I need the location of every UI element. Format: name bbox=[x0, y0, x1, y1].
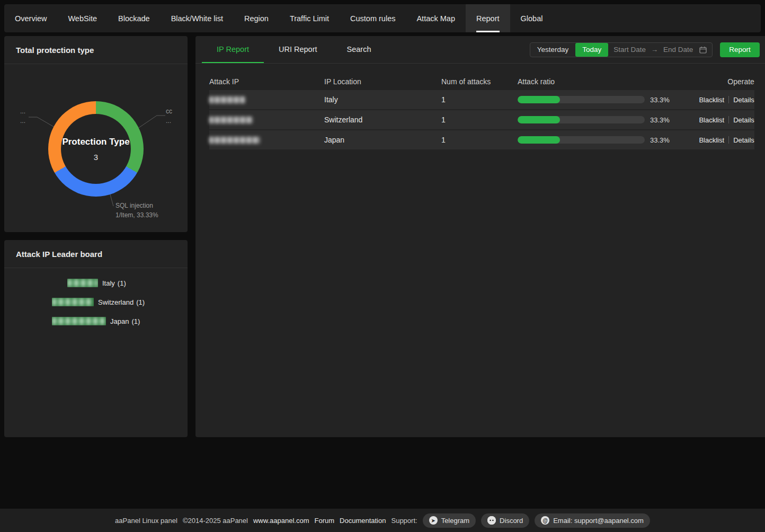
col-header-operate: Operate bbox=[675, 77, 754, 86]
protection-donut: Protection Type 3 bbox=[48, 101, 144, 197]
tab-uri-report[interactable]: URI Report bbox=[264, 36, 332, 63]
discord-icon bbox=[487, 516, 496, 525]
leaderboard-bar-redacted-ip bbox=[52, 298, 94, 306]
num-attacks: 1 bbox=[441, 116, 518, 124]
nav-item-report[interactable]: Report bbox=[466, 4, 510, 32]
donut-center-value: 3 bbox=[94, 153, 98, 162]
report-button[interactable]: Report bbox=[720, 42, 760, 57]
footer-brand: aaPanel Linux panel bbox=[115, 517, 177, 525]
donut-callout-right-line1: cc bbox=[166, 107, 172, 116]
leaderboard-country: Italy bbox=[102, 279, 115, 287]
waf-report-screen: Overview WebSite Blockade Black/White li… bbox=[0, 0, 765, 532]
calendar-icon[interactable] bbox=[699, 46, 707, 54]
start-date-input[interactable]: Start Date bbox=[608, 46, 651, 54]
leaderboard-row: Japan (1) bbox=[52, 317, 188, 325]
leaderboard-count: (1) bbox=[136, 298, 145, 306]
redacted-attack-ip bbox=[209, 137, 260, 144]
action-divider bbox=[728, 136, 729, 144]
report-main-card: IP Report URI Report Search Yesterday To… bbox=[195, 36, 765, 437]
action-divider bbox=[728, 116, 729, 123]
nav-item-overview[interactable]: Overview bbox=[4, 4, 57, 32]
footer-documentation-link[interactable]: Documentation bbox=[340, 517, 386, 525]
table-row: Italy 1 33.3% Blacklist Details bbox=[209, 90, 754, 109]
protection-donut-chart: Protection Type 3 ... ... cc ... SQL inj… bbox=[4, 64, 188, 232]
nav-item-custom-rules[interactable]: Custom rules bbox=[340, 4, 406, 32]
arrow-right-icon: → bbox=[651, 46, 658, 54]
footer-forum-link[interactable]: Forum bbox=[314, 517, 334, 525]
donut-center-title: Protection Type bbox=[62, 137, 129, 147]
leaderboard-count: (1) bbox=[118, 279, 126, 287]
table-row: Switzerland 1 33.3% Blacklist Details bbox=[209, 110, 754, 129]
leaderboard-chart: Italy (1) Switzerland (1) Japan (1) bbox=[4, 268, 188, 325]
yesterday-button[interactable]: Yesterday bbox=[530, 43, 576, 57]
leaderboard-bar-redacted-ip bbox=[52, 317, 106, 325]
email-support-button[interactable]: @ Email: support@aapanel.com bbox=[535, 513, 650, 528]
donut-callout-sql-line2: 1/Item, 33.33% bbox=[115, 210, 158, 220]
footer-support-label: Support: bbox=[391, 517, 417, 525]
leaderboard-row: Switzerland (1) bbox=[52, 298, 188, 306]
donut-callout-right: cc ... bbox=[166, 107, 172, 126]
nav-item-global[interactable]: Global bbox=[510, 4, 554, 32]
nav-item-traffic-limit[interactable]: Traffic Limit bbox=[279, 4, 340, 32]
total-protection-card: Total protection type Protection Type 3 bbox=[4, 36, 188, 232]
footer-copyright: ©2014-2025 aaPanel bbox=[183, 517, 248, 525]
donut-callout-left-line1: ... bbox=[20, 107, 25, 116]
attack-ip-leaderboard-card: Attack IP Leader board Italy (1) Switzer… bbox=[4, 240, 188, 437]
attack-ratio-percent: 33.3% bbox=[650, 116, 670, 124]
donut-callout-right-line2: ... bbox=[166, 116, 172, 126]
email-label: Email: support@aapanel.com bbox=[553, 517, 644, 525]
footer: aaPanel Linux panel ©2014-2025 aaPanel w… bbox=[0, 509, 765, 532]
details-link[interactable]: Details bbox=[733, 136, 754, 144]
attack-ratio-percent: 33.3% bbox=[650, 136, 670, 144]
col-header-num-attacks: Num of attacks bbox=[441, 77, 518, 86]
tab-search[interactable]: Search bbox=[332, 36, 386, 63]
details-link[interactable]: Details bbox=[733, 116, 754, 124]
details-link[interactable]: Details bbox=[733, 96, 754, 104]
date-controls: Yesterday Today Start Date → End Date bbox=[530, 36, 765, 63]
nav-item-attack-map[interactable]: Attack Map bbox=[406, 4, 466, 32]
leaderboard-row: Italy (1) bbox=[67, 279, 188, 287]
ip-location: Italy bbox=[324, 95, 441, 104]
leaderboard-title: Attack IP Leader board bbox=[16, 250, 102, 259]
footer-site-link[interactable]: www.aapanel.com bbox=[253, 517, 309, 525]
blacklist-link[interactable]: Blacklist bbox=[699, 96, 724, 104]
telegram-button[interactable]: ➤ Telegram bbox=[423, 513, 476, 528]
attack-ratio-percent: 33.3% bbox=[650, 96, 670, 104]
num-attacks: 1 bbox=[441, 136, 518, 144]
blacklist-link[interactable]: Blacklist bbox=[699, 136, 724, 144]
donut-callout-sql-line1: SQL injection bbox=[115, 201, 158, 210]
redacted-attack-ip bbox=[209, 96, 245, 103]
nav-item-website[interactable]: WebSite bbox=[57, 4, 108, 32]
ip-report-table: Attack IP IP Location Num of attacks Att… bbox=[195, 64, 765, 150]
leaderboard-country: Switzerland bbox=[98, 298, 134, 306]
blacklist-link[interactable]: Blacklist bbox=[699, 116, 724, 124]
nav-item-black-white-list[interactable]: Black/White list bbox=[161, 4, 234, 32]
ip-location: Switzerland bbox=[324, 116, 441, 124]
leaderboard-country: Japan bbox=[110, 317, 129, 325]
total-protection-title: Total protection type bbox=[16, 46, 94, 55]
ip-location: Japan bbox=[324, 136, 441, 144]
nav-item-blockade[interactable]: Blockade bbox=[108, 4, 161, 32]
col-header-attack-ip: Attack IP bbox=[209, 77, 324, 86]
attack-ratio-bar bbox=[518, 136, 645, 144]
leaderboard-bar-redacted-ip bbox=[67, 279, 98, 287]
discord-label: Discord bbox=[500, 517, 523, 525]
donut-callout-sql-injection: SQL injection 1/Item, 33.33% bbox=[115, 201, 158, 220]
protection-donut-center: Protection Type 3 bbox=[61, 114, 131, 184]
report-card-header: IP Report URI Report Search Yesterday To… bbox=[195, 36, 765, 64]
top-nav: Overview WebSite Blockade Black/White li… bbox=[4, 4, 761, 32]
today-button[interactable]: Today bbox=[575, 43, 608, 57]
total-protection-header: Total protection type bbox=[4, 36, 188, 64]
nav-item-region[interactable]: Region bbox=[234, 4, 279, 32]
table-header-row: Attack IP IP Location Num of attacks Att… bbox=[209, 73, 754, 90]
redacted-attack-ip bbox=[209, 117, 253, 123]
telegram-label: Telegram bbox=[441, 517, 469, 525]
telegram-icon: ➤ bbox=[429, 516, 438, 525]
table-row: Japan 1 33.3% Blacklist Details bbox=[209, 130, 754, 149]
donut-callout-left: ... ... bbox=[20, 107, 25, 126]
tab-ip-report[interactable]: IP Report bbox=[202, 36, 264, 63]
leaderboard-count: (1) bbox=[131, 317, 140, 325]
donut-callout-left-line2: ... bbox=[20, 116, 25, 126]
end-date-input[interactable]: End Date bbox=[658, 46, 698, 54]
discord-button[interactable]: Discord bbox=[481, 513, 529, 528]
